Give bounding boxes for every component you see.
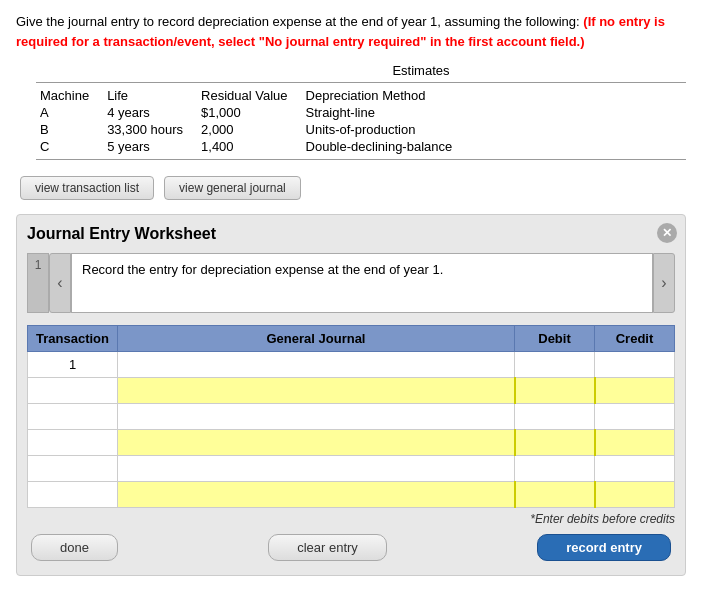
estimates-title: Estimates bbox=[156, 63, 686, 78]
debit-input[interactable] bbox=[516, 430, 594, 455]
view-general-journal-button[interactable]: view general journal bbox=[164, 176, 301, 200]
estimates-table: Machine Life Residual Value Depreciation… bbox=[36, 82, 686, 160]
table-row bbox=[28, 378, 675, 404]
col-residual: Residual Value bbox=[197, 87, 301, 104]
worksheet-container: Journal Entry Worksheet ✕ 1 ‹ Record the… bbox=[16, 214, 686, 576]
debit-cell[interactable] bbox=[515, 456, 595, 482]
credit-cell[interactable] bbox=[595, 482, 675, 508]
transaction-cell bbox=[28, 456, 118, 482]
estimates-section: Estimates Machine Life Residual Value De… bbox=[16, 63, 686, 160]
credit-input[interactable] bbox=[596, 430, 675, 455]
debit-cell[interactable] bbox=[515, 352, 595, 378]
instruction-main: Give the journal entry to record depreci… bbox=[16, 14, 580, 29]
life-cell: 33,300 hours bbox=[103, 121, 197, 138]
done-button[interactable]: done bbox=[31, 534, 118, 561]
table-row bbox=[28, 430, 675, 456]
prev-arrow[interactable]: ‹ bbox=[49, 253, 71, 313]
debit-cell[interactable] bbox=[515, 430, 595, 456]
credit-input[interactable] bbox=[595, 404, 674, 429]
estimates-row: B 33,300 hours 2,000 Units-of-production bbox=[36, 121, 466, 138]
journal-input[interactable] bbox=[118, 430, 514, 455]
col-method: Depreciation Method bbox=[302, 87, 467, 104]
credit-cell[interactable] bbox=[595, 430, 675, 456]
debit-cell[interactable] bbox=[515, 404, 595, 430]
debit-input[interactable] bbox=[516, 482, 594, 507]
header-general-journal: General Journal bbox=[118, 326, 515, 352]
method-cell: Straight-line bbox=[302, 104, 467, 121]
record-entry-button[interactable]: record entry bbox=[537, 534, 671, 561]
table-row: 1 bbox=[28, 352, 675, 378]
close-button[interactable]: ✕ bbox=[657, 223, 677, 243]
journal-table: Transaction General Journal Debit Credit… bbox=[27, 325, 675, 508]
table-row bbox=[28, 404, 675, 430]
estimates-row: A 4 years $1,000 Straight-line bbox=[36, 104, 466, 121]
header-credit: Credit bbox=[595, 326, 675, 352]
credit-input[interactable] bbox=[595, 456, 674, 481]
journal-input[interactable] bbox=[118, 352, 514, 377]
transaction-cell bbox=[28, 404, 118, 430]
debit-input[interactable] bbox=[515, 456, 594, 481]
credit-cell[interactable] bbox=[595, 404, 675, 430]
method-cell: Units-of-production bbox=[302, 121, 467, 138]
nav-row: 1 ‹ Record the entry for depreciation ex… bbox=[27, 253, 675, 313]
col-life: Life bbox=[103, 87, 197, 104]
view-transaction-list-button[interactable]: view transaction list bbox=[20, 176, 154, 200]
transaction-cell bbox=[28, 378, 118, 404]
life-cell: 4 years bbox=[103, 104, 197, 121]
table-row bbox=[28, 456, 675, 482]
journal-cell[interactable] bbox=[118, 404, 515, 430]
entry-description: Record the entry for depreciation expens… bbox=[71, 253, 653, 313]
method-cell: Double-declining-balance bbox=[302, 138, 467, 155]
debit-input[interactable] bbox=[515, 352, 594, 377]
transaction-cell bbox=[28, 482, 118, 508]
top-button-row: view transaction list view general journ… bbox=[20, 176, 686, 200]
header-transaction: Transaction bbox=[28, 326, 118, 352]
journal-input[interactable] bbox=[118, 482, 514, 507]
journal-input[interactable] bbox=[118, 404, 514, 429]
header-debit: Debit bbox=[515, 326, 595, 352]
residual-cell: $1,000 bbox=[197, 104, 301, 121]
residual-cell: 1,400 bbox=[197, 138, 301, 155]
debit-input[interactable] bbox=[516, 378, 594, 403]
clear-entry-button[interactable]: clear entry bbox=[268, 534, 387, 561]
credit-cell[interactable] bbox=[595, 378, 675, 404]
journal-input[interactable] bbox=[118, 378, 514, 403]
machine-cell: B bbox=[36, 121, 103, 138]
credit-input[interactable] bbox=[595, 352, 674, 377]
bottom-button-row: done clear entry record entry bbox=[27, 534, 675, 561]
col-machine: Machine bbox=[36, 87, 103, 104]
worksheet-title: Journal Entry Worksheet bbox=[27, 225, 675, 243]
next-arrow[interactable]: › bbox=[653, 253, 675, 313]
journal-cell[interactable] bbox=[118, 482, 515, 508]
journal-input[interactable] bbox=[118, 456, 514, 481]
credit-input[interactable] bbox=[596, 482, 675, 507]
estimates-row: C 5 years 1,400 Double-declining-balance bbox=[36, 138, 466, 155]
transaction-cell: 1 bbox=[28, 352, 118, 378]
debit-cell[interactable] bbox=[515, 378, 595, 404]
debit-cell[interactable] bbox=[515, 482, 595, 508]
transaction-cell bbox=[28, 430, 118, 456]
journal-cell[interactable] bbox=[118, 352, 515, 378]
journal-cell[interactable] bbox=[118, 430, 515, 456]
machine-cell: A bbox=[36, 104, 103, 121]
instruction-text: Give the journal entry to record depreci… bbox=[16, 12, 686, 51]
journal-cell[interactable] bbox=[118, 378, 515, 404]
journal-table-wrapper: Transaction General Journal Debit Credit… bbox=[27, 325, 675, 508]
credit-input[interactable] bbox=[596, 378, 675, 403]
credit-cell[interactable] bbox=[595, 352, 675, 378]
machine-cell: C bbox=[36, 138, 103, 155]
debit-input[interactable] bbox=[515, 404, 594, 429]
life-cell: 5 years bbox=[103, 138, 197, 155]
enter-note: *Enter debits before credits bbox=[27, 512, 675, 526]
residual-cell: 2,000 bbox=[197, 121, 301, 138]
step-number: 1 bbox=[27, 253, 49, 313]
table-row bbox=[28, 482, 675, 508]
journal-cell[interactable] bbox=[118, 456, 515, 482]
credit-cell[interactable] bbox=[595, 456, 675, 482]
